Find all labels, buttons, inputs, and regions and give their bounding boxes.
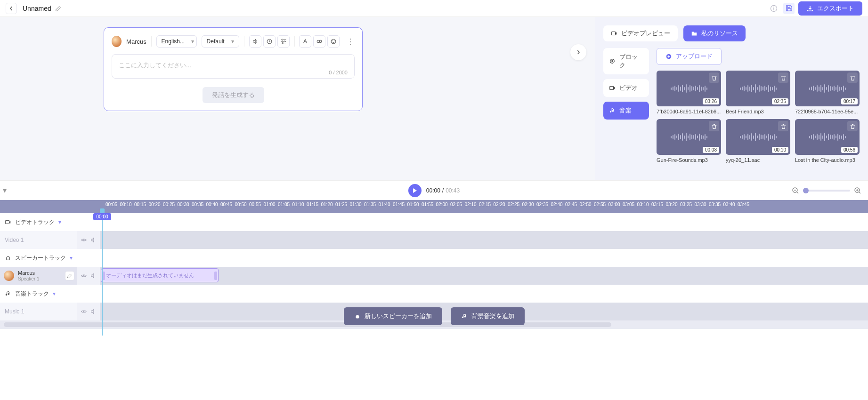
asset-duration: 03:26 — [703, 98, 719, 104]
export-label: エクスポート — [817, 4, 854, 13]
ruler-tick: 01:45 — [393, 202, 405, 207]
visibility-toggle-icon[interactable] — [81, 308, 87, 315]
delete-asset-icon[interactable] — [847, 72, 858, 83]
timeline-ruler[interactable]: 00:0500:1000:1500:2000:2500:3000:3500:40… — [100, 200, 868, 213]
ruler-tick: 02:40 — [551, 202, 563, 207]
ruler-tick: 03:35 — [709, 202, 721, 207]
audio-asset[interactable]: 00:56 Lost in the City-audio.mp3 — [795, 119, 860, 163]
speed-icon[interactable] — [263, 35, 276, 48]
ruler-tick: 02:50 — [580, 202, 592, 207]
delete-asset-icon[interactable] — [709, 72, 719, 83]
upload-button[interactable]: アップロード — [657, 48, 722, 65]
delete-asset-icon[interactable] — [778, 121, 788, 131]
zoom-slider[interactable] — [803, 190, 850, 192]
ruler-tick: 01:00 — [264, 202, 276, 207]
mute-toggle-icon[interactable] — [90, 308, 97, 315]
svg-point-10 — [333, 40, 333, 41]
speaker-track-header[interactable]: スピーカートラック ▾ — [0, 249, 77, 267]
voice-name[interactable]: Marcus — [126, 38, 146, 45]
video-track-header[interactable]: ビデオトラック ▾ — [0, 213, 77, 231]
svg-rect-15 — [612, 60, 613, 62]
language-select[interactable]: English... ▾ — [156, 35, 197, 48]
zoom-out-icon[interactable] — [792, 187, 799, 194]
visibility-toggle-icon[interactable] — [81, 237, 87, 243]
speech-editor-card: Marcus English... ▾ Default ▾ — [104, 27, 363, 111]
collapse-right-panel-button[interactable] — [570, 44, 586, 60]
ruler-tick: 00:40 — [206, 202, 218, 207]
delete-asset-icon[interactable] — [847, 121, 858, 131]
speech-clip[interactable]: オーディオはまだ生成されていません — [101, 268, 219, 282]
timeline-options-icon[interactable]: ▾ — [3, 186, 7, 195]
mute-toggle-icon[interactable] — [90, 272, 97, 279]
ruler-tick: 03:10 — [637, 202, 649, 207]
voice-avatar[interactable] — [112, 36, 122, 47]
pause-icon[interactable] — [313, 35, 325, 48]
subtab-block[interactable]: ブロック — [603, 48, 649, 74]
more-menu-icon[interactable]: ⋮ — [346, 37, 355, 46]
asset-duration: 00:17 — [841, 98, 858, 104]
visibility-toggle-icon[interactable] — [81, 272, 87, 279]
asset-name: 7fb300d0-6a91-11ef-82b6... — [657, 109, 721, 114]
ruler-tick: 01:10 — [292, 202, 304, 207]
save-icon[interactable] — [783, 3, 795, 14]
audio-asset[interactable]: 00:08 Gun-Fire-Sounds.mp3 — [657, 119, 721, 163]
svg-rect-2 — [773, 8, 774, 10]
svg-point-21 — [83, 240, 85, 241]
project-title: Unnamed — [23, 5, 51, 12]
add-speaker-button[interactable]: 新しいスピーカーを追加 — [344, 307, 442, 325]
ruler-tick: 00:35 — [192, 202, 203, 207]
svg-point-1 — [773, 7, 774, 8]
ruler-tick: 03:45 — [738, 202, 749, 207]
style-select[interactable]: Default ▾ — [202, 35, 239, 48]
delete-asset-icon[interactable] — [778, 72, 788, 83]
time-sep: / — [442, 187, 444, 194]
audio-asset[interactable]: 00:17 722f0968-b704-11ee-95e... — [795, 71, 860, 114]
tab-my-resources[interactable]: 私のリソース — [683, 25, 746, 41]
speaker1-head: Marcus Speaker 1 — [0, 267, 77, 285]
tab-video-preview[interactable]: ビデオプレビュー — [603, 25, 678, 41]
delete-asset-icon[interactable] — [709, 121, 719, 131]
ruler-tick: 00:50 — [235, 202, 247, 207]
svg-point-13 — [610, 59, 615, 64]
svg-rect-20 — [6, 221, 9, 224]
ruler-tick: 02:55 — [594, 202, 606, 207]
divider — [294, 36, 295, 47]
speaker1-track[interactable]: オーディオはまだ生成されていません — [100, 267, 868, 285]
music-track-header[interactable]: 音楽トラック ▾ — [0, 285, 77, 303]
generate-speech-button[interactable]: 発話を生成する — [203, 87, 264, 103]
svg-rect-14 — [612, 60, 612, 62]
ruler-tick: 02:05 — [450, 202, 462, 207]
subtab-music[interactable]: 音楽 — [603, 102, 649, 120]
settings-icon[interactable] — [277, 35, 290, 48]
ruler-tick: 00:05 — [105, 202, 117, 207]
emphasis-icon[interactable] — [299, 35, 311, 48]
edit-title-icon[interactable] — [55, 5, 62, 12]
add-bgm-button[interactable]: 背景音楽を追加 — [451, 307, 525, 325]
ruler-tick: 01:15 — [307, 202, 318, 207]
speech-text-input[interactable] — [119, 60, 348, 70]
svg-point-11 — [334, 40, 334, 41]
zoom-in-icon[interactable] — [854, 187, 861, 194]
info-icon[interactable] — [768, 3, 779, 14]
svg-point-4 — [282, 39, 283, 40]
ruler-tick: 00:15 — [134, 202, 146, 207]
audio-asset[interactable]: 03:26 7fb300d0-6a91-11ef-82b6... — [657, 71, 721, 114]
ruler-tick: 00:55 — [249, 202, 261, 207]
asset-name: Lost in the City-audio.mp3 — [795, 157, 860, 163]
edit-speaker-icon[interactable] — [65, 271, 74, 280]
volume-icon[interactable] — [249, 35, 261, 48]
subtab-video[interactable]: ビデオ — [603, 79, 649, 97]
video1-track[interactable] — [100, 231, 868, 249]
emoji-icon[interactable] — [327, 35, 340, 48]
export-button[interactable]: エクスポート — [798, 1, 862, 16]
svg-point-9 — [332, 39, 336, 44]
ruler-tick: 02:30 — [522, 202, 534, 207]
ruler-tick: 03:00 — [608, 202, 620, 207]
ruler-tick: 01:40 — [379, 202, 390, 207]
play-button[interactable] — [408, 184, 422, 197]
audio-asset[interactable]: 02:35 Best Friend.mp3 — [726, 71, 790, 114]
svg-point-6 — [282, 42, 283, 44]
mute-toggle-icon[interactable] — [90, 237, 97, 243]
audio-asset[interactable]: 00:10 yyq-20_11.aac — [726, 119, 790, 163]
back-button[interactable] — [6, 3, 17, 14]
